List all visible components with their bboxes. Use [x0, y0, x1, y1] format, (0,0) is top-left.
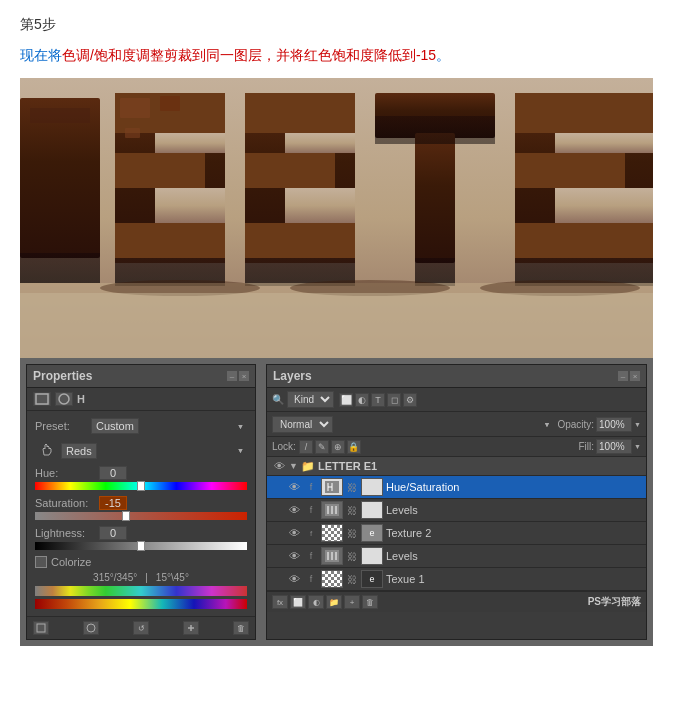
layer1-mask-thumb	[361, 478, 383, 496]
layers-close-btn[interactable]: ×	[630, 371, 640, 381]
lightness-label-row: Lightness: 0	[35, 526, 247, 540]
props-footer-icon-5[interactable]: 🗑	[233, 621, 249, 635]
svg-point-40	[87, 624, 95, 632]
layer-texture-1[interactable]: 👁 f ⛓ e Texue 1	[267, 568, 646, 591]
props-mask-icon	[55, 392, 73, 406]
opacity-value[interactable]: 100%	[596, 417, 632, 432]
fill-arrow: ▼	[634, 443, 641, 450]
svg-rect-23	[415, 258, 455, 286]
channel-select-wrapper[interactable]: Reds ▼	[61, 442, 247, 459]
svg-rect-3	[20, 253, 100, 283]
layers-search-icon: 🔍	[272, 394, 284, 405]
props-footer-icon-2[interactable]	[83, 621, 99, 635]
chocolate-image	[20, 78, 653, 358]
lightness-value[interactable]: 0	[99, 526, 127, 540]
layer-filter-type[interactable]: T	[371, 393, 385, 407]
colorize-checkbox[interactable]	[35, 556, 47, 568]
layer-levels-1[interactable]: 👁 f ⛓ Levels	[267, 499, 646, 522]
lock-icons: / ✎ ⊕ 🔒	[299, 440, 361, 454]
angle-row: 315°/345° | 15°\45°	[35, 572, 247, 583]
layer1-name: Hue/Saturation	[386, 481, 459, 493]
layers-panel-controls: – ×	[618, 371, 640, 381]
layers-kind-select[interactable]: Kind	[287, 391, 334, 408]
properties-panel-footer: ↺ 🗑	[27, 616, 255, 639]
layer5-thumb	[321, 570, 343, 588]
props-footer-icon-4[interactable]	[183, 621, 199, 635]
layers-folder-icon[interactable]: 📁	[326, 595, 342, 609]
lock-position-icon[interactable]: ⊕	[331, 440, 345, 454]
layers-search-row: 🔍 Kind ⬜ ◐ T ◻ ⚙	[267, 388, 646, 412]
colorize-row: Colorize	[35, 556, 247, 568]
layer4-visibility[interactable]: 👁	[287, 549, 301, 563]
channel-row: Reds ▼	[35, 439, 247, 461]
colorize-label: Colorize	[51, 556, 91, 568]
layer4-clip-icon: f	[304, 551, 318, 561]
layers-mask-icon[interactable]: ⬜	[290, 595, 306, 609]
props-footer-icon-1[interactable]	[33, 621, 49, 635]
lock-paint-icon[interactable]: ✎	[315, 440, 329, 454]
watermark-area: PS学习部落	[588, 595, 641, 609]
properties-panel: Properties – × H	[26, 364, 256, 640]
layer-levels-2[interactable]: 👁 f ⛓ Levels	[267, 545, 646, 568]
layer-texture-2[interactable]: 👁 f ⛓ e Texture 2	[267, 522, 646, 545]
hue-slider[interactable]	[35, 482, 247, 490]
saturation-track	[35, 512, 247, 520]
lock-transparency-icon[interactable]: /	[299, 440, 313, 454]
svg-rect-37	[36, 394, 48, 404]
layers-new-icon[interactable]: +	[344, 595, 360, 609]
layer2-clip-icon: f	[304, 505, 318, 515]
lightness-slider[interactable]	[35, 542, 247, 550]
blend-mode-select[interactable]: Normal	[272, 416, 333, 433]
preset-select-wrapper[interactable]: Custom ▼	[91, 417, 247, 434]
layer2-visibility[interactable]: 👁	[287, 503, 301, 517]
layer5-visibility[interactable]: 👁	[287, 572, 301, 586]
svg-rect-29	[555, 133, 653, 153]
layer1-visibility[interactable]: 👁	[287, 480, 301, 494]
svg-rect-10	[120, 98, 150, 118]
saturation-value[interactable]: -15	[99, 496, 127, 510]
instruction-highlight: 色调/饱和度调整剪裁到同一图层，并将红色饱和度降低到-15	[62, 47, 436, 63]
layer5-link-icon: ⛓	[346, 572, 358, 586]
blend-mode-wrapper[interactable]: Normal ▼	[272, 415, 553, 433]
layers-fx-icon[interactable]: fx	[272, 595, 288, 609]
layers-adjust-icon[interactable]: ◐	[308, 595, 324, 609]
svg-rect-18	[285, 133, 355, 153]
properties-collapse-btn[interactable]: –	[227, 371, 237, 381]
preset-label: Preset:	[35, 420, 87, 432]
hue-thumb[interactable]	[137, 481, 145, 491]
group-visibility-icon[interactable]: 👁	[272, 459, 286, 473]
props-footer-icon-3[interactable]: ↺	[133, 621, 149, 635]
fill-value[interactable]: 100%	[596, 439, 632, 454]
watermark-text: PS学习部落	[588, 595, 641, 609]
svg-rect-2	[30, 108, 90, 123]
layer3-visibility[interactable]: 👁	[287, 526, 301, 540]
layers-collapse-btn[interactable]: –	[618, 371, 628, 381]
layer-filter-adjust[interactable]: ◐	[355, 393, 369, 407]
layer1-link-icon: ⛓	[346, 480, 358, 494]
group-expand-icon[interactable]: ▼	[289, 461, 298, 471]
properties-panel-title: Properties	[33, 369, 92, 383]
preset-select[interactable]: Custom	[91, 418, 139, 434]
layer-group-header: 👁 ▼ 📁 LETTER E1	[267, 457, 646, 476]
saturation-thumb[interactable]	[122, 511, 130, 521]
svg-rect-6	[115, 153, 205, 188]
layer2-mask-thumb	[361, 501, 383, 519]
hue-value[interactable]: 0	[99, 466, 127, 480]
layer-filter-shape[interactable]: ◻	[387, 393, 401, 407]
layer-filter-pixel[interactable]: ⬜	[339, 393, 353, 407]
lock-all-icon[interactable]: 🔒	[347, 440, 361, 454]
angle-separator: |	[145, 572, 148, 583]
saturation-slider[interactable]	[35, 512, 247, 520]
layer-filter-smart[interactable]: ⚙	[403, 393, 417, 407]
channel-select[interactable]: Reds	[61, 443, 97, 459]
properties-close-btn[interactable]: ×	[239, 371, 249, 381]
lightness-label: Lightness:	[35, 527, 95, 539]
svg-rect-7	[115, 223, 225, 263]
color-strip-top	[35, 586, 247, 596]
svg-rect-17	[245, 223, 355, 263]
layer1-clip-icon: f	[304, 482, 318, 492]
layers-footer: fx ⬜ ◐ 📁 + 🗑 PS学习部落	[267, 591, 646, 612]
layers-delete-icon[interactable]: 🗑	[362, 595, 378, 609]
layer-hue-saturation[interactable]: 👁 f ⛓ Hue/Saturation	[267, 476, 646, 499]
lightness-thumb[interactable]	[137, 541, 145, 551]
